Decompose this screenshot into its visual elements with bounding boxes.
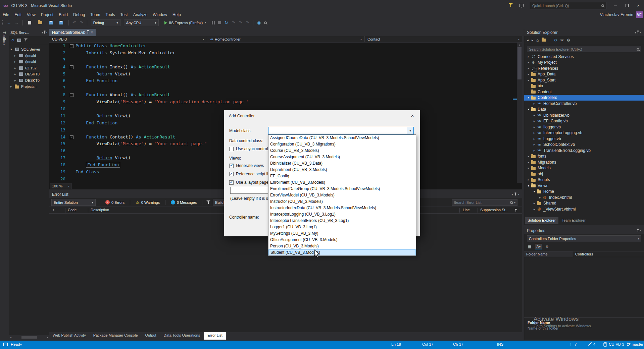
expand-icon[interactable]: ▸ xyxy=(532,119,537,123)
warnings-filter-button[interactable]: ⚠ 0 Warnings xyxy=(134,200,161,205)
push-count[interactable]: 7 xyxy=(575,342,577,346)
expand-icon[interactable]: ▸ xyxy=(14,66,18,70)
expand-icon[interactable]: ▸ xyxy=(532,125,537,129)
tree-item-schoolcontext-vb[interactable]: ▸VBSchoolContext.vb xyxy=(524,142,644,148)
user-name[interactable]: Viacheslav Eremin xyxy=(600,12,633,17)
expand-icon[interactable]: ▾ xyxy=(526,96,531,99)
open-file-icon[interactable] xyxy=(36,21,44,24)
expand-icon[interactable]: ▸ xyxy=(532,137,537,140)
model-option-enrollment-cu-vb-3-models[interactable]: Enrollment (CU_VB_3.Models) xyxy=(268,179,416,186)
property-value-cell[interactable]: Controllers xyxy=(573,251,644,257)
collapse-box-icon[interactable]: - xyxy=(70,44,73,48)
maximize-button[interactable] xyxy=(621,0,633,11)
step-over-icon[interactable]: ↷ xyxy=(239,20,242,25)
stop-icon[interactable] xyxy=(218,21,221,24)
code-line[interactable]: 7 xyxy=(49,84,517,92)
tree-item-content[interactable]: Content xyxy=(524,89,644,95)
model-option-course-cu-vb-3-models[interactable]: Course (CU_VB_3.Models) xyxy=(268,148,416,154)
menu-help[interactable]: Help xyxy=(170,11,184,18)
property-name-cell[interactable]: Folder Name xyxy=(524,251,573,257)
property-pages-icon[interactable]: ⚙ xyxy=(545,244,550,249)
tree-item-dbinitializer-vb[interactable]: ▸VBDbInitializer.vb xyxy=(524,112,644,118)
forward-icon[interactable]: ▸ xyxy=(532,38,533,42)
expand-icon[interactable]: ▸ xyxy=(526,161,531,164)
scrollbar-thumb[interactable] xyxy=(21,336,37,339)
toolbox-tab[interactable]: Toolbox xyxy=(2,29,6,45)
column-code[interactable]: Code xyxy=(68,208,77,212)
branch-menu-caret[interactable]: ▴ xyxy=(640,342,641,345)
scroll-right-icon[interactable]: ▸ xyxy=(47,336,48,339)
tree-item-bin[interactable]: bin xyxy=(524,83,644,89)
menu-project[interactable]: Project xyxy=(38,11,56,18)
column-line[interactable]: Line xyxy=(463,208,470,212)
code-line[interactable]: 6 End Function xyxy=(49,77,517,84)
tree-item-obj[interactable]: obj xyxy=(524,171,644,177)
solution-configuration-dropdown[interactable]: Debug▾ xyxy=(91,19,120,26)
tree-item-viewstart-vbhtml[interactable]: ▸@_ViewStart.vbhtml xyxy=(524,206,644,212)
fold-collapse-icon[interactable]: - xyxy=(69,43,76,50)
expand-icon[interactable]: ▸ xyxy=(532,114,537,117)
user-avatar[interactable]: VE xyxy=(636,11,643,18)
window-position-icon[interactable]: ▾ xyxy=(635,31,636,34)
pin-icon[interactable] xyxy=(44,32,45,34)
tree-item-locald[interactable]: ▸(locald xyxy=(9,53,49,59)
step-into-icon[interactable]: ↷ xyxy=(232,20,235,25)
add-server-icon[interactable] xyxy=(17,39,21,42)
scroll-left-icon[interactable]: ◂ xyxy=(10,336,11,339)
expand-icon[interactable]: ▸ xyxy=(526,178,531,181)
errors-filter-button[interactable]: × 0 Errors xyxy=(104,200,126,205)
scope-folder-icon[interactable] xyxy=(542,39,546,42)
project-dropdown[interactable]: CU-VB-3 ▾ xyxy=(49,36,207,42)
bottom-tab-package-manager-console[interactable]: Package Manager Console xyxy=(90,332,141,340)
expand-icon[interactable]: ▸ xyxy=(532,143,537,146)
model-option-instructor-cu-vb-3-models[interactable]: Instructor (CU_VB_3.Models) xyxy=(268,198,416,205)
edits-count[interactable]: 4 xyxy=(593,342,595,346)
new-file-icon[interactable] xyxy=(27,21,33,24)
tree-item-app-data[interactable]: ▸App_Data xyxy=(524,71,644,77)
close-icon[interactable]: × xyxy=(640,31,641,34)
dialog-close-button[interactable]: × xyxy=(405,110,420,120)
pin-icon[interactable] xyxy=(88,31,88,34)
tree-item-views[interactable]: ▾Views xyxy=(524,183,644,189)
tree-item-shared[interactable]: ▸Shared xyxy=(524,200,644,207)
tree-item-scripts[interactable]: ▸Scripts xyxy=(524,177,644,183)
generate-views-checkbox[interactable] xyxy=(229,164,234,168)
model-option-interceptorlogging-cu-vb-3-log1[interactable]: InterceptorLogging (CU_VB_3.Log1) xyxy=(268,211,416,218)
code-line[interactable]: 3 xyxy=(49,57,517,64)
model-class-combobox[interactable]: ▾ xyxy=(268,127,414,134)
window-position-icon[interactable]: ▾ xyxy=(511,193,513,196)
branch-name[interactable]: master xyxy=(632,342,643,346)
pause-icon[interactable] xyxy=(212,21,215,24)
menu-tools[interactable]: Tools xyxy=(103,11,118,18)
pin-icon[interactable] xyxy=(638,230,638,232)
properties-object-dropdown[interactable]: Controllers Folder Properties ▾ xyxy=(527,235,641,242)
expand-icon[interactable]: ▾ xyxy=(532,190,537,193)
solution-explorer-search-input[interactable]: Search Solution Explorer (Ctrl+;) xyxy=(527,46,641,52)
collapse-box-icon[interactable]: - xyxy=(70,93,73,97)
tree-item-connected-services[interactable]: ▸Connected Services xyxy=(524,54,644,60)
sync-with-active-document-icon[interactable]: ↻ xyxy=(554,38,557,43)
model-option-dbinitializer-cu-vb-3-data[interactable]: DbInitializer (CU_VB_3.Data) xyxy=(268,160,416,167)
reference-scripts-checkbox[interactable] xyxy=(229,172,234,176)
minimize-button[interactable]: ─ xyxy=(610,0,621,11)
expand-icon[interactable]: ▸ xyxy=(532,208,537,211)
edits-pencil-icon[interactable] xyxy=(588,342,592,347)
menu-debug[interactable]: Debug xyxy=(70,11,88,18)
expand-icon[interactable]: ▸ xyxy=(526,55,531,58)
fold-collapse-icon[interactable]: - xyxy=(69,134,76,141)
save-icon[interactable] xyxy=(47,21,54,24)
expand-icon[interactable]: ▾ xyxy=(526,184,531,187)
expand-icon[interactable]: ▸ xyxy=(532,201,537,205)
expand-icon[interactable]: ▸ xyxy=(14,79,18,82)
expand-icon[interactable]: ▸ xyxy=(538,196,542,199)
menu-build[interactable]: Build xyxy=(56,11,70,18)
fold-collapse-icon[interactable]: - xyxy=(69,64,76,71)
push-icon[interactable]: ↑ xyxy=(570,342,572,346)
model-option-officeassignment-cu-vb-3-models[interactable]: OfficeAssignment (CU_VB_3.Models) xyxy=(268,237,416,243)
column-suppression[interactable]: Suppression St... xyxy=(480,208,508,212)
filter-icon[interactable] xyxy=(206,200,211,204)
model-option-interceptortransienterrors-cu-vb-3-log1[interactable]: InterceptorTransientErrors (CU_VB_3.Log1… xyxy=(268,218,416,224)
horizontal-scrollbar[interactable]: ◂ ▸ xyxy=(9,335,49,340)
find-in-files-icon[interactable] xyxy=(264,21,267,24)
menu-edit[interactable]: Edit xyxy=(12,11,24,18)
